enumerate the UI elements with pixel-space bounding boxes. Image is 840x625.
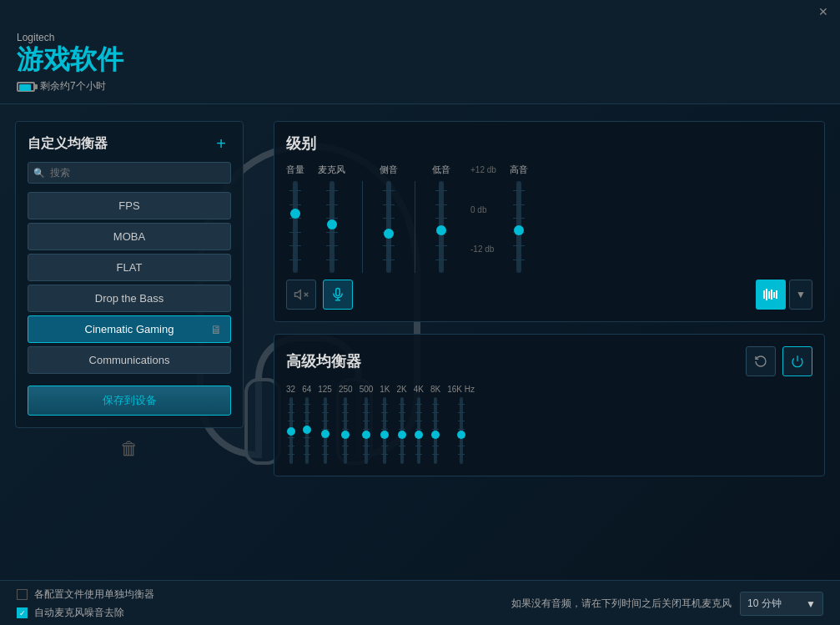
separator-1	[362, 181, 363, 273]
checkbox-noise-cancel-box[interactable]	[17, 607, 28, 618]
mic-slider[interactable]	[329, 181, 334, 273]
eq-slider-4k[interactable]	[417, 397, 420, 464]
visualizer-icon-button[interactable]	[756, 280, 786, 310]
treble-thumb[interactable]	[514, 225, 524, 235]
chip-icon: 🖥	[210, 323, 222, 336]
eq-bands: 32 64	[286, 385, 812, 464]
battery-icon	[17, 82, 35, 92]
volume-label: 音量	[286, 164, 304, 176]
mic-label: 麦克风	[318, 164, 345, 176]
separator-2	[415, 181, 415, 273]
eq-slider-500[interactable]	[365, 397, 368, 464]
svg-rect-8	[766, 289, 767, 300]
footer-right: 如果没有音频，请在下列时间之后关闭耳机麦克风 10 分钟 ▼	[511, 592, 823, 616]
db-mid: 0 db	[470, 205, 496, 214]
svg-rect-4	[336, 289, 340, 296]
eq-band-16k: 16K Hz	[447, 385, 475, 464]
sidetone-column: 侧音	[380, 164, 398, 273]
volume-thumb[interactable]	[290, 209, 300, 219]
preset-communications[interactable]: Communications	[28, 346, 231, 374]
preset-moba[interactable]: MOBA	[28, 223, 231, 250]
eq-slider-2k[interactable]	[400, 397, 404, 464]
panel-header: 自定义均衡器 +	[28, 134, 231, 154]
checkbox-noise-cancel[interactable]: 自动麦克风噪音去除	[17, 606, 154, 620]
eq-header: 高级均衡器	[286, 346, 812, 376]
eq-slider-64[interactable]	[305, 397, 309, 464]
preset-cinematic[interactable]: Cinematic Gaming 🖥	[28, 315, 231, 343]
preset-flat[interactable]: FLAT	[28, 254, 231, 281]
search-box: 🔍	[28, 162, 231, 184]
eq-slider-125[interactable]	[324, 397, 327, 464]
mic-thumb[interactable]	[327, 219, 337, 229]
eq-slider-32[interactable]	[289, 397, 293, 464]
time-value: 10 分钟	[747, 597, 782, 611]
title-bar: ✕	[0, 0, 840, 23]
db-scale: +12 db 0 db -12 db	[470, 164, 496, 255]
checkbox-per-profile-box[interactable]	[17, 589, 28, 600]
treble-slider[interactable]	[516, 181, 521, 273]
save-to-device-button[interactable]: 保存到设备	[28, 386, 231, 416]
treble-column: 高音	[510, 164, 528, 273]
battery-text: 剩余约7个小时	[40, 79, 106, 93]
checkbox-per-profile[interactable]: 各配置文件使用单独均衡器	[17, 587, 154, 602]
eq-band-32: 32	[286, 385, 295, 464]
db-min: -12 db	[470, 244, 496, 254]
eq-slider-16k[interactable]	[460, 397, 463, 464]
sidetone-thumb[interactable]	[384, 229, 394, 239]
app-title: 游戏软件	[17, 45, 823, 74]
eq-slider-8k[interactable]	[434, 397, 437, 464]
equalizer-panel: 自定义均衡器 + 🔍 FPS MOBA FLAT Drop the Bass C…	[15, 121, 244, 428]
db-max: +12 db	[470, 165, 496, 174]
checkbox-noise-cancel-label: 自动麦克风噪音去除	[34, 606, 124, 620]
svg-rect-7	[763, 290, 765, 299]
add-preset-button[interactable]: +	[211, 134, 231, 154]
volume-slider[interactable]	[293, 181, 298, 273]
visualizer-controls: ▼	[756, 280, 812, 310]
left-panel: 自定义均衡器 + 🔍 FPS MOBA FLAT Drop the Bass C…	[0, 104, 259, 580]
preset-drop-bass[interactable]: Drop the Bass	[28, 285, 231, 312]
eq-band-8k: 8K	[430, 385, 440, 464]
time-dropdown-arrow: ▼	[806, 598, 816, 610]
eq-title: 高级均衡器	[286, 351, 361, 371]
eq-slider-1k[interactable]	[383, 397, 386, 464]
mute-button[interactable]	[286, 280, 316, 310]
mic-button[interactable]	[323, 280, 353, 310]
search-input[interactable]	[28, 162, 231, 184]
volume-column: 音量	[286, 164, 304, 273]
levels-panel: 级别 音量 麦克风	[274, 121, 825, 322]
delete-button[interactable]: 🗑	[15, 438, 244, 460]
time-select-dropdown[interactable]: 10 分钟 ▼	[740, 592, 823, 616]
levels-title: 级别	[286, 134, 812, 154]
eq-panel: 高级均衡器	[274, 334, 825, 476]
bass-thumb[interactable]	[436, 225, 446, 235]
eq-actions	[746, 346, 812, 376]
eq-band-64: 64	[302, 385, 311, 464]
preset-fps[interactable]: FPS	[28, 192, 231, 219]
eq-band-125: 125	[318, 385, 332, 464]
checkbox-per-profile-label: 各配置文件使用单独均衡器	[34, 587, 154, 602]
main-content: 自定义均衡器 + 🔍 FPS MOBA FLAT Drop the Bass C…	[0, 104, 840, 580]
eq-slider-250[interactable]	[344, 397, 347, 464]
eq-band-4k: 4K	[414, 385, 424, 464]
battery-status: 剩余约7个小时	[17, 79, 823, 93]
mic-column: 麦克风	[318, 164, 345, 273]
sidetone-label: 侧音	[380, 164, 398, 176]
header: Logitech 游戏软件 剩余约7个小时	[0, 23, 840, 104]
eq-reset-button[interactable]	[746, 346, 776, 376]
sidetone-slider[interactable]	[386, 181, 391, 273]
svg-rect-12	[776, 290, 777, 299]
visualizer-dropdown[interactable]: ▼	[789, 280, 812, 310]
brand-label: Logitech	[17, 32, 823, 43]
preset-list: FPS MOBA FLAT Drop the Bass Cinematic Ga…	[28, 192, 231, 374]
treble-label: 高音	[510, 164, 528, 176]
svg-rect-10	[771, 290, 772, 300]
svg-rect-9	[768, 291, 770, 299]
eq-band-2k: 2K	[397, 385, 407, 464]
svg-rect-11	[773, 292, 775, 298]
close-button[interactable]: ✕	[813, 3, 833, 20]
panel-title: 自定义均衡器	[28, 135, 108, 153]
bass-slider[interactable]	[439, 181, 444, 273]
bass-label: 低音	[432, 164, 450, 176]
eq-band-250: 250	[339, 385, 353, 464]
eq-power-button[interactable]	[782, 346, 812, 376]
